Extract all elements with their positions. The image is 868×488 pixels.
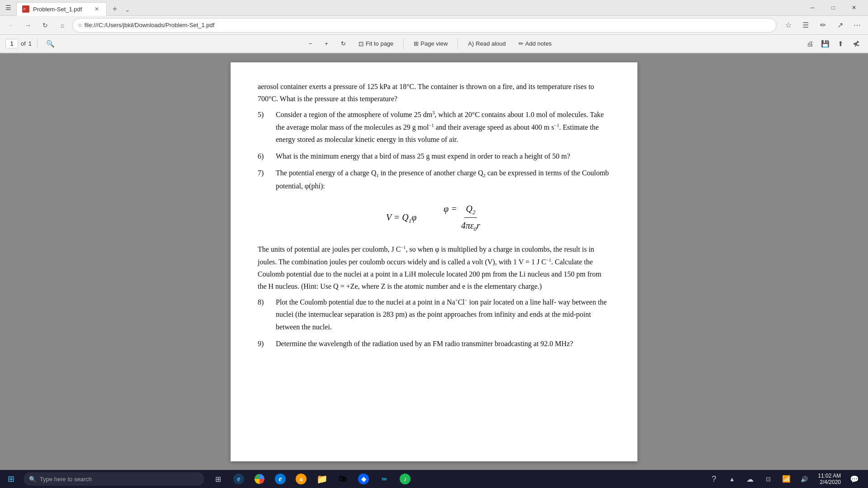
ebook-icon[interactable]: ✏ <box>816 18 830 33</box>
zoom-in-label: + <box>325 40 328 47</box>
window-controls-left: ☰ <box>4 3 13 12</box>
start-button[interactable]: ⊞ <box>2 470 20 488</box>
browser-toolbar-right: ☆ ☰ ✏ ↗ ⋯ <box>781 18 864 33</box>
zoom-out-label: − <box>309 40 312 47</box>
task-view-icon: ⊞ <box>215 475 221 483</box>
rotate-icon[interactable]: ↻ <box>336 38 350 49</box>
home-button[interactable]: ⌂ <box>55 18 70 33</box>
wifi-icon[interactable]: 📶 <box>778 470 794 488</box>
list-item: 9) Determine the wavelength of the radia… <box>258 338 610 350</box>
active-tab[interactable]: P Problem-Set_1.pdf ✕ <box>16 2 107 16</box>
item-9-num: 9) <box>258 338 270 350</box>
add-notes-button[interactable]: ✏ Add notes <box>514 38 557 49</box>
new-tab-button[interactable]: + <box>108 3 121 16</box>
files-icon: 📁 <box>316 474 327 484</box>
read-aloud-label: Read aloud <box>476 40 506 47</box>
page-info: of 1 <box>5 39 38 48</box>
fit-to-page-button[interactable]: ⊡ Fit to page <box>354 38 398 49</box>
fit-icon: ⊡ <box>359 40 364 47</box>
toolbar-divider-1 <box>403 38 404 49</box>
read-aloud-button[interactable]: A) Read aloud <box>463 38 510 49</box>
taskbar-search[interactable]: 🔍 Type here to search <box>24 472 204 486</box>
taskbar-app-dropbox[interactable]: ◆ <box>354 470 373 488</box>
more-icon[interactable]: ⋯ <box>850 18 864 33</box>
add-notes-label: Add notes <box>525 40 552 47</box>
taskbar-app-files[interactable]: 📁 <box>312 470 332 488</box>
zoom-in-button[interactable]: + <box>320 38 333 49</box>
amazon-icon: a <box>296 474 307 484</box>
item-7-text: The potential energy of a charge Q1 in t… <box>276 167 610 192</box>
windows-logo-icon: ⊞ <box>8 474 14 484</box>
item-6-text: What is the minimum energy that a bird o… <box>276 150 570 162</box>
address-bar: ← → ↻ ⌂ ○ file:///C:/Users/jbkil/Downloa… <box>0 16 868 35</box>
page-total: 1 <box>28 40 32 47</box>
help-icon[interactable]: ? <box>706 470 722 488</box>
task-view-button[interactable]: ⊞ <box>208 470 228 488</box>
print-button[interactable]: 🖨 <box>803 37 816 51</box>
chrome-icon <box>255 474 264 484</box>
save-button[interactable]: 💾 <box>818 37 832 51</box>
paragraph-7-text: The units of potential are joules per co… <box>258 243 610 292</box>
taskbar-app-edge[interactable]: e <box>229 470 249 488</box>
audio-icon[interactable]: 🔊 <box>796 470 812 488</box>
taskbar-app-store[interactable]: 🛍 <box>333 470 353 488</box>
maximize-button[interactable]: □ <box>823 0 844 16</box>
url-text: file:///C:/Users/jbkil/Downloads/Problem… <box>85 22 771 28</box>
item-8-num: 8) <box>258 296 270 333</box>
tab-title: Problem-Set_1.pdf <box>33 6 82 13</box>
intro-text: aerosol container exerts a pressure of 1… <box>258 80 610 105</box>
reading-list-icon[interactable]: ☰ <box>798 18 813 33</box>
ie-icon: e <box>275 474 286 484</box>
share-icon[interactable]: ↗ <box>833 18 847 33</box>
taskbar-app-chrome[interactable] <box>250 470 269 488</box>
minimize-button[interactable]: ─ <box>802 0 823 16</box>
taskbar-app-infinity[interactable]: ∞ <box>374 470 394 488</box>
favorites-icon[interactable]: ☆ <box>781 18 796 33</box>
taskbar-app-ie[interactable]: e <box>270 470 290 488</box>
system-clock[interactable]: 11:02 AM 2/4/2020 <box>814 473 844 485</box>
pdf-container: aerosol container exerts a pressure of 1… <box>0 53 868 470</box>
list-item: 7) The potential energy of a charge Q1 i… <box>258 167 610 192</box>
zoom-out-button[interactable]: − <box>304 38 317 49</box>
refresh-button[interactable]: ↻ <box>38 18 52 33</box>
pdf-tools-center: − + ↻ ⊡ Fit to page ⊞ Page view A) Read … <box>61 38 799 49</box>
display-icon[interactable]: ⊡ <box>760 470 776 488</box>
page-view-label: Page view <box>420 40 448 47</box>
page-number-input[interactable] <box>5 39 18 48</box>
cloud-icon[interactable]: ☁ <box>742 470 758 488</box>
pdf-content: aerosol container exerts a pressure of 1… <box>258 80 610 350</box>
clock-time: 11:02 AM <box>818 473 841 479</box>
back-button[interactable]: ← <box>4 18 18 33</box>
item-5-text: Consider a region of the atmosphere of v… <box>276 108 610 145</box>
taskbar: ⊞ 🔍 Type here to search ⊞ e e a 📁 🛍 ◆ ∞ … <box>0 470 868 488</box>
fraction-numerator: Q2 <box>464 201 477 218</box>
item-6-num: 6) <box>258 150 270 162</box>
infinity-icon: ∞ <box>379 474 390 484</box>
browser-menu-icon[interactable]: ☰ <box>4 3 13 12</box>
taskbar-app-amazon[interactable]: a <box>291 470 311 488</box>
forward-button[interactable]: → <box>21 18 35 33</box>
tab-favicon: P <box>22 5 29 13</box>
url-bar[interactable]: ○ file:///C:/Users/jbkil/Downloads/Probl… <box>72 18 777 33</box>
dropbox-icon: ◆ <box>358 474 369 484</box>
more-pdf-button[interactable]: ≮ <box>849 37 863 51</box>
store-icon: 🛍 <box>337 474 348 484</box>
math-equations: V = Q1φ φ = Q2 4πε0r <box>258 201 610 234</box>
notification-button[interactable]: 💬 <box>846 470 863 488</box>
toolbar-divider-2 <box>458 38 458 49</box>
close-button[interactable]: ✕ <box>844 0 864 16</box>
share-pdf-button[interactable]: ⬆ <box>834 37 847 51</box>
spotify-icon: ♪ <box>400 474 410 484</box>
taskbar-search-text: Type here to search <box>40 476 92 483</box>
tab-overflow-button[interactable]: ⌄ <box>121 3 134 16</box>
page-view-icon: ⊞ <box>414 40 419 47</box>
tab-bar: P Problem-Set_1.pdf ✕ + ⌄ <box>16 0 802 16</box>
tab-close-button[interactable]: ✕ <box>93 5 101 13</box>
pdf-toolbar: of 1 🔍 − + ↻ ⊡ Fit to page ⊞ Page view A <box>0 35 868 53</box>
taskbar-app-spotify[interactable]: ♪ <box>395 470 415 488</box>
page-view-button[interactable]: ⊞ Page view <box>409 38 452 49</box>
pdf-page: aerosol container exerts a pressure of 1… <box>231 62 637 461</box>
search-pdf-icon[interactable]: 🔍 <box>43 37 57 51</box>
clock-date: 2/4/2020 <box>820 479 841 485</box>
network-icon[interactable]: ▲ <box>724 470 740 488</box>
